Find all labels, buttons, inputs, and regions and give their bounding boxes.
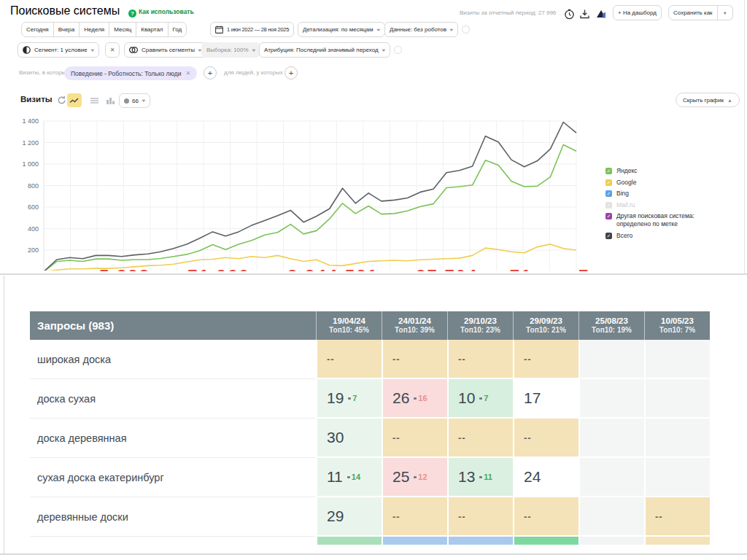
up-arrow-icon [479, 397, 482, 400]
down-arrow-icon [414, 397, 417, 400]
position-cell [644, 537, 710, 545]
screenshot-stage: Поисковые системы ?Как использовать Визи… [0, 0, 747, 560]
position-cell: 30 [316, 419, 382, 458]
position-cell: -- [644, 497, 710, 537]
position-cell [316, 537, 382, 545]
no-data-dash: -- [392, 511, 400, 522]
date-column-header-1[interactable]: 24/01/24Топ10: 39% [382, 311, 447, 340]
position-value: 19 [327, 389, 344, 407]
position-delta-down: 12 [414, 472, 427, 481]
table-row: доска сухая197261610717 [30, 379, 710, 419]
up-arrow-icon [347, 476, 350, 478]
position-value: 29 [327, 508, 344, 525]
column-top10-share: Топ10: 39% [395, 326, 435, 335]
position-cell: 197 [316, 379, 382, 419]
position-delta-up: 14 [347, 472, 360, 481]
table-row: широкая доска-------- [30, 340, 710, 379]
query-cell[interactable] [30, 537, 316, 545]
position-cell: -- [447, 419, 513, 458]
query-cell[interactable]: доска сухая [30, 379, 316, 419]
position-cell: 17 [513, 379, 578, 419]
column-top10-share: Топ10: 19% [592, 326, 632, 335]
query-cell[interactable]: сухая доска екатеринбург [30, 458, 316, 497]
no-data-dash: -- [524, 354, 532, 365]
table-row: деревянные доски29-------- [30, 497, 710, 537]
no-data-dash: -- [655, 511, 663, 522]
position-cell: -- [316, 340, 382, 379]
table-row: доска деревянная30------ [30, 419, 710, 458]
position-value: 30 [327, 429, 344, 446]
column-top10-share: Топ10: 21% [526, 326, 566, 335]
position-delta-down: 16 [414, 394, 427, 402]
date-column-header-0[interactable]: 19/04/24Топ10: 45% [316, 311, 382, 340]
column-date: 29/09/23 [530, 316, 562, 326]
query-cell[interactable]: доска деревянная [30, 419, 316, 458]
position-cell: 24 [513, 458, 578, 497]
position-cell: -- [382, 340, 447, 379]
position-cell [644, 458, 710, 497]
position-cell [644, 379, 710, 419]
metrica-report-card: Поисковые системы ?Как использовать Визи… [0, 0, 745, 274]
queries-rank-table: Запросы (983) 19/04/24Топ10: 45%24/01/24… [30, 311, 710, 545]
annotation-clip-region: с 5 293 до 71 960 · с 2 344 521 до 27 70… [0, 0, 744, 271]
date-column-header-2[interactable]: 29/10/23Топ10: 23% [447, 311, 513, 340]
position-cell: 1114 [316, 458, 382, 497]
position-cell: -- [447, 340, 513, 379]
red-annotation-clipped: с 5 293 до 71 960 · с 2 344 521 до 27 70… [82, 266, 589, 271]
no-data-dash: -- [392, 354, 400, 365]
date-column-header-4[interactable]: 25/08/23Топ10: 19% [578, 311, 644, 340]
position-value: 11 [327, 468, 343, 486]
no-data-dash: -- [524, 432, 532, 443]
position-cell: -- [382, 419, 447, 458]
query-cell[interactable]: широкая доска [30, 340, 316, 379]
position-cell [578, 537, 644, 545]
no-data-dash: -- [392, 432, 400, 443]
position-cell: -- [513, 340, 578, 379]
position-cell: 29 [316, 497, 382, 537]
position-value: 25 [392, 468, 409, 486]
table-row: сухая доска екатеринбург11142512131124 [30, 458, 710, 497]
column-date: 24/01/24 [398, 316, 431, 326]
column-date: 10/05/23 [661, 316, 694, 326]
position-cell: -- [447, 497, 513, 537]
position-cell [382, 537, 447, 545]
queries-column-header[interactable]: Запросы (983) [30, 311, 316, 340]
date-column-header-3[interactable]: 29/09/23Топ10: 21% [513, 311, 578, 340]
column-date: 19/04/24 [333, 316, 365, 326]
position-delta-up: 7 [479, 394, 488, 402]
position-cell [578, 419, 644, 458]
position-cell [644, 340, 710, 379]
position-cell: -- [513, 497, 578, 537]
column-top10-share: Топ10: 23% [460, 326, 500, 335]
up-arrow-icon [348, 397, 351, 400]
position-delta-up: 7 [348, 394, 357, 402]
column-top10-share: Топ10: 7% [659, 326, 695, 335]
position-cell: -- [382, 497, 447, 537]
position-value: 24 [524, 468, 541, 486]
position-cell [578, 458, 644, 497]
position-value: 17 [524, 389, 541, 407]
column-date: 29/10/23 [464, 316, 497, 326]
position-cell: 2616 [382, 379, 447, 419]
position-cell [578, 497, 644, 537]
no-data-dash: -- [327, 354, 335, 365]
column-top10-share: Топ10: 45% [329, 326, 369, 335]
column-date: 25/08/23 [595, 316, 628, 326]
position-cell [578, 340, 644, 379]
rank-tracker-card: Запросы (983) 19/04/24Топ10: 45%24/01/24… [4, 276, 745, 553]
position-cell: 2512 [382, 458, 447, 497]
no-data-dash: -- [458, 511, 466, 522]
query-cell[interactable]: деревянные доски [30, 497, 316, 537]
down-arrow-icon [414, 476, 417, 478]
no-data-dash: -- [458, 432, 466, 443]
position-cell [578, 379, 644, 419]
position-cell: -- [513, 419, 578, 458]
date-column-header-5[interactable]: 10/05/23Топ10: 7% [644, 311, 710, 340]
no-data-dash: -- [524, 511, 532, 522]
position-cell: 107 [447, 379, 513, 419]
position-delta-up: 11 [479, 472, 492, 481]
position-value: 10 [458, 389, 475, 407]
position-cell [513, 537, 578, 545]
position-cell [447, 537, 513, 545]
table-row [30, 537, 710, 545]
